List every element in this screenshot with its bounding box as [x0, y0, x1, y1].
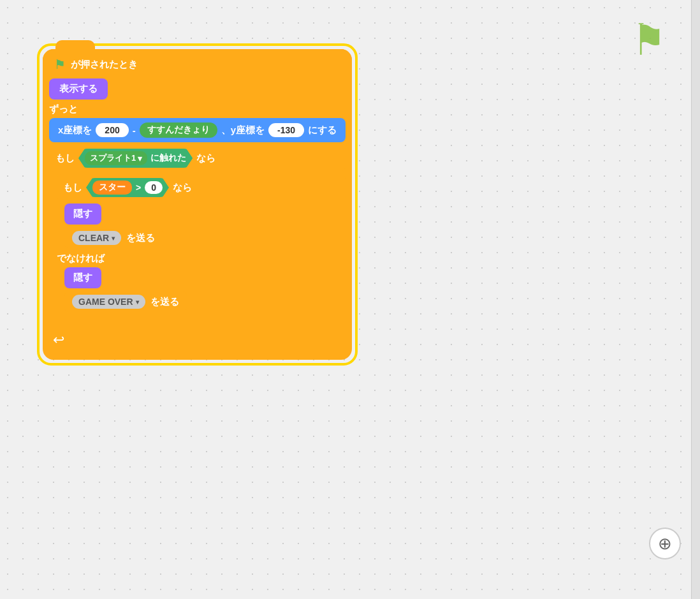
if-sprite-block[interactable]: もし スプライト1 ▾ に触れた なら [49, 145, 346, 172]
value-minus130-pill[interactable]: -130 [268, 123, 304, 137]
hat-label: が押されたとき [71, 59, 138, 71]
sprite-condition[interactable]: スプライト1 ▾ に触れた [78, 149, 193, 168]
program-inner: ⚑ が押されたとき 表示する ずっと x座標を 200 - すすんだきょり 、y… [43, 49, 352, 360]
redo-arrow: ↩ [43, 329, 75, 355]
hide-block-2[interactable]: 隠す [64, 267, 101, 288]
show-label: 表示する [59, 83, 98, 95]
scrollbar-right[interactable] [691, 0, 700, 599]
program-border: ⚑ が押されたとき 表示する ずっと x座標を 200 - すすんだきょり 、y… [37, 43, 358, 366]
forever-label: ずっと [49, 103, 78, 115]
minus-label: - [133, 125, 136, 136]
send-label-1: を送る [126, 232, 155, 244]
touch-label: に触れた [150, 152, 186, 164]
if-star-block[interactable]: もし スター > 0 なら [57, 174, 346, 201]
forever-label-row: ずっと [43, 101, 352, 117]
hide-label-2: 隠す [73, 272, 92, 284]
hat-flag-icon: ⚑ [54, 57, 66, 72]
value-200-pill[interactable]: 200 [96, 123, 128, 137]
then-label-1: なら [196, 152, 215, 165]
hide-block-1[interactable]: 隠す [64, 203, 101, 225]
to-label: にする [308, 124, 337, 137]
show-block[interactable]: 表示する [49, 78, 108, 100]
x-label: x座標を [58, 124, 92, 137]
value-0-pill[interactable]: 0 [145, 181, 163, 194]
hide-label-1: 隠す [73, 208, 92, 220]
flag-large-icon[interactable]: ⚑ [632, 18, 666, 61]
if-label-2: もし [63, 182, 82, 194]
gameover-msg-pill[interactable]: GAME OVER ▾ [72, 295, 145, 309]
send-gameover-block[interactable]: GAME OVER ▾ を送る [64, 291, 187, 313]
star-pill[interactable]: スター [92, 181, 132, 195]
gt-label: > [136, 182, 141, 193]
hat-block[interactable]: ⚑ が押されたとき [43, 49, 352, 77]
clear-msg-pill[interactable]: CLEAR ▾ [72, 231, 121, 245]
star-condition[interactable]: スター > 0 [86, 178, 169, 197]
program-container: ⚑ が押されたとき 表示する ずっと x座標を 200 - すすんだきょり 、y… [37, 43, 358, 366]
move-block[interactable]: x座標を 200 - すすんだきょり 、y座標を -130 にする [49, 118, 346, 142]
then-label-2: なら [173, 182, 192, 194]
sprite1-dropdown[interactable]: スプライト1 ▾ [85, 151, 147, 165]
if-label-1: もし [55, 152, 75, 165]
y-label: 、y座標を [221, 124, 265, 137]
send-clear-block[interactable]: CLEAR ▾ を送る [64, 227, 163, 249]
else-label: でなければ [43, 250, 352, 266]
send-label-2: を送る [150, 296, 179, 308]
zoom-plus-button[interactable]: ⊕ [649, 528, 681, 559]
var-susumdakyori-pill[interactable]: すすんだきょり [140, 122, 217, 138]
